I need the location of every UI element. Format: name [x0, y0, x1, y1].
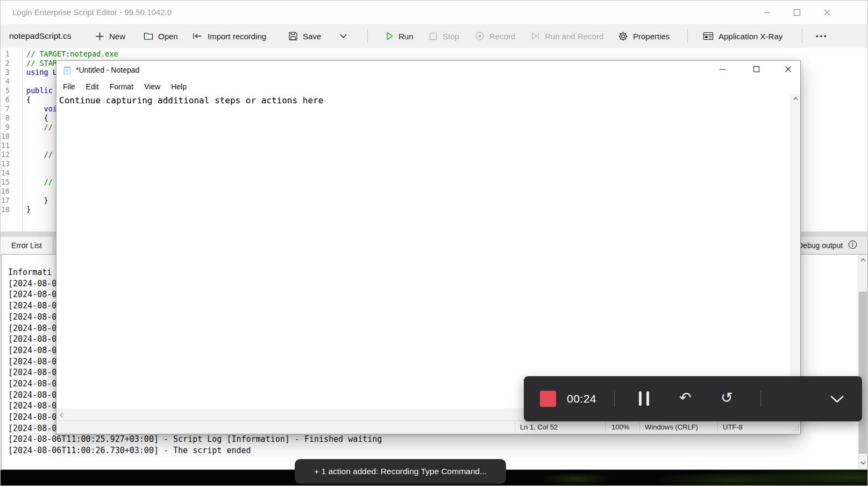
app-close-button[interactable] — [815, 1, 839, 24]
app-title: Login Enterprise Script Editor - 99.50.1… — [12, 1, 172, 24]
log-line: [2024-08-0 — [8, 412, 56, 422]
properties-button[interactable]: Properties — [618, 24, 670, 48]
line-number: 3 — [1, 68, 10, 77]
status-cursor-position: Ln 1, Col 52 — [520, 421, 558, 433]
run-and-record-button[interactable]: Run and Record — [531, 24, 603, 48]
minimize-icon — [719, 65, 726, 75]
app-maximize-button[interactable] — [785, 1, 809, 24]
menu-view[interactable]: View — [139, 82, 166, 91]
menu-help[interactable]: Help — [166, 82, 192, 91]
line-number: 18 — [1, 205, 10, 214]
code-line: 1// TARGET:notepad.exe — [1, 50, 867, 59]
new-label: New — [109, 32, 125, 41]
line-number: 14 — [1, 168, 10, 178]
notepad-vertical-scrollbar[interactable] — [791, 94, 800, 409]
log-line: [2024-08-0 — [8, 301, 56, 311]
line-number: 15 — [1, 178, 10, 187]
minimize-icon — [763, 9, 771, 16]
save-label: Save — [303, 32, 321, 41]
stop-button[interactable]: Stop — [429, 24, 459, 48]
action-added-toast: + 1 action added: Recording Type Command… — [295, 459, 506, 484]
notepad-titlebar[interactable]: *Untitled - Notepad — [56, 61, 800, 80]
line-number: 17 — [1, 196, 10, 205]
status-divider — [605, 422, 606, 433]
save-dropdown-button[interactable] — [339, 24, 347, 48]
stop-recording-button[interactable] — [540, 391, 556, 407]
tab-error-list[interactable]: Error List — [1, 237, 53, 254]
run-icon — [386, 31, 394, 41]
new-button[interactable]: New — [95, 24, 125, 48]
debug-output-label: Debug output — [798, 241, 843, 250]
code-text: public — [26, 86, 53, 95]
open-button[interactable]: Open — [144, 24, 178, 48]
line-number: 4 — [1, 77, 10, 86]
status-line-ending: Windows (CRLF) — [645, 421, 698, 433]
record-button[interactable]: Record — [475, 24, 515, 48]
status-encoding: UTF-8 — [723, 421, 743, 433]
log-line: [2024-08-0 — [8, 401, 56, 411]
log-scrollbar-thumb[interactable] — [859, 292, 867, 454]
notepad-maximize-button[interactable] — [744, 61, 769, 79]
menu-edit[interactable]: Edit — [81, 82, 104, 91]
more-icon: ••• — [816, 32, 828, 40]
run-record-icon — [531, 31, 540, 41]
toolbar-divider — [687, 29, 688, 43]
log-line: [2024-08-06T11:00:26.730+03:00] - The sc… — [8, 446, 251, 455]
app-minimize-button[interactable] — [755, 1, 779, 24]
code-text: } — [26, 196, 48, 205]
line-number: 12 — [1, 150, 10, 159]
notepad-close-button[interactable] — [776, 61, 800, 79]
line-number: 2 — [1, 59, 10, 68]
record-icon — [475, 31, 485, 41]
folder-icon — [144, 32, 153, 40]
resize-grip-icon[interactable] — [792, 424, 799, 433]
scroll-down-icon[interactable] — [858, 457, 867, 468]
run-label: Run — [399, 32, 414, 41]
line-number: 9 — [1, 123, 10, 132]
import-recording-button[interactable]: Import recording — [192, 24, 266, 48]
menu-format[interactable]: Format — [104, 82, 139, 91]
log-line: [2024-08-0 — [8, 279, 56, 288]
undo-icon[interactable]: ↶ — [679, 376, 692, 421]
recorder-divider — [760, 391, 761, 407]
log-line: [2024-08-0 — [8, 323, 56, 333]
scroll-up-icon[interactable] — [791, 95, 800, 102]
status-zoom-level: 100% — [611, 421, 629, 433]
log-line: Informati — [8, 267, 52, 277]
collapse-toolbar-button[interactable] — [830, 396, 844, 405]
recording-timer: 00:24 — [567, 376, 596, 421]
gear-icon — [618, 31, 628, 41]
log-line: [2024-08-06T11:00:25.927+03:00] - Script… — [8, 434, 382, 444]
info-icon — [848, 240, 857, 251]
code-text: // — [26, 150, 53, 159]
maximize-icon — [793, 9, 801, 16]
log-scrollbar[interactable] — [858, 255, 867, 469]
line-number: 16 — [1, 187, 10, 196]
notepad-text-area[interactable]: Continue capturing additional steps or a… — [56, 94, 791, 409]
restart-icon[interactable]: ↺ — [721, 376, 733, 421]
notepad-minimize-button[interactable] — [710, 61, 735, 79]
line-number: 6 — [1, 95, 10, 104]
import-icon — [192, 31, 203, 41]
toolbar-divider — [367, 29, 368, 43]
application-xray-button[interactable]: Application X-Ray — [703, 24, 782, 48]
status-divider — [717, 422, 718, 433]
notepad-text: Continue capturing additional steps or a… — [59, 95, 323, 105]
more-button[interactable]: ••• — [816, 24, 828, 48]
file-tab[interactable]: notepadScript.cs — [9, 24, 71, 48]
log-line: [2024-08-0 — [8, 368, 56, 377]
scroll-left-icon[interactable] — [58, 409, 65, 421]
plus-icon — [95, 32, 104, 41]
pause-icon — [639, 391, 642, 406]
run-button[interactable]: Run — [386, 24, 414, 48]
chevron-down-icon — [339, 33, 347, 39]
line-number: 8 — [1, 114, 10, 123]
menu-file[interactable]: File — [58, 82, 81, 91]
save-button[interactable]: Save — [288, 24, 321, 48]
app-titlebar: Login Enterprise Script Editor - 99.50.1… — [1, 1, 867, 24]
notepad-statusbar: Ln 1, Col 52 100% Windows (CRLF) UTF-8 — [56, 420, 800, 434]
properties-label: Properties — [633, 32, 670, 41]
pause-recording-button[interactable] — [639, 391, 649, 406]
code-text: { — [26, 114, 48, 122]
scroll-up-icon[interactable] — [858, 255, 867, 265]
